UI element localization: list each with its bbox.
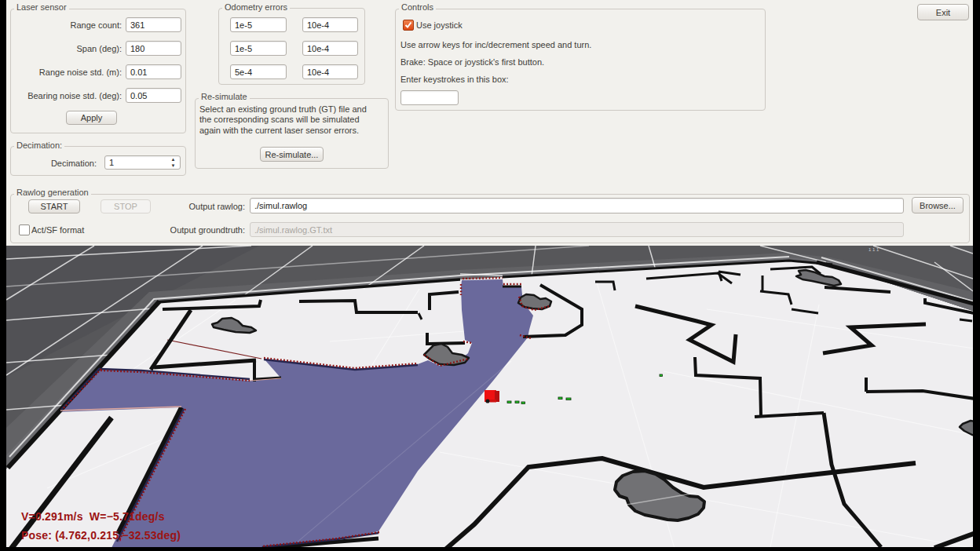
- svg-text:V=0.291m/s W=−5.71deg/s: V=0.291m/s W=−5.71deg/s: [21, 510, 165, 523]
- svg-text:1 1 1: 1 1 1: [868, 247, 879, 252]
- svg-text:Pose: (4.762,0.215,−32.53deg): Pose: (4.762,0.215,−32.53deg): [21, 529, 181, 542]
